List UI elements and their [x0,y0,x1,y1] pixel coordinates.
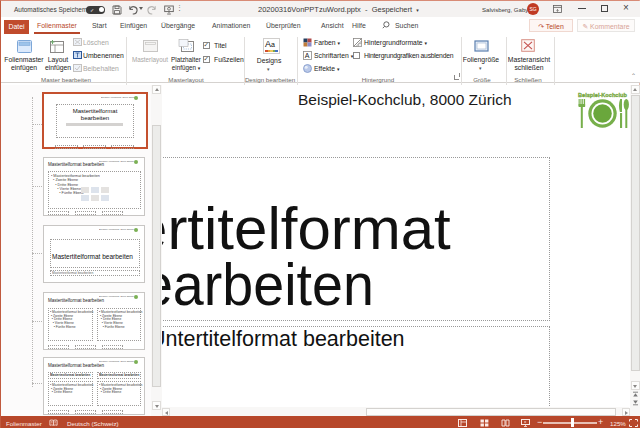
svg-text:A: A [305,52,310,59]
svg-text:Beispiel-Kochclub: Beispiel-Kochclub [578,92,627,98]
